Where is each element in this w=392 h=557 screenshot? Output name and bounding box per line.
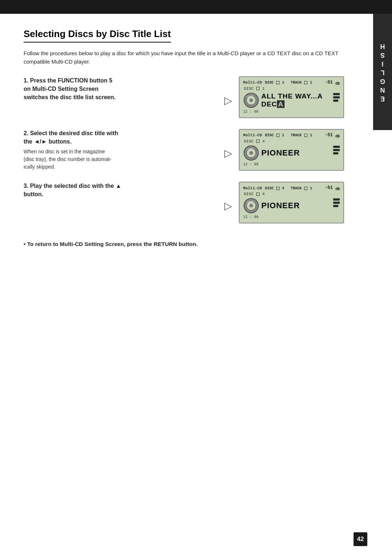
lcd-bar (333, 202, 340, 204)
lcd-1-main-text: ALL THE WAY...A DECA (261, 92, 331, 108)
lcd-screen-3: Multi-CD DISC 4 TRACK 1 -51 dB DISC 4 (239, 182, 344, 223)
lcd-3-multicd: Multi-CD (243, 186, 262, 190)
step-2-main: 2. Select the desired disc title withthe… (24, 129, 219, 146)
lcd-2-second-row: DISC 4 (244, 139, 340, 144)
lcd-1-disc2-label: DISC 1 (244, 86, 265, 91)
lcd-2-disc-track: DISC 1 TRACK 1 (265, 133, 325, 137)
svg-point-5 (250, 152, 253, 154)
arrow-icon: ▷ (224, 94, 232, 106)
cd-icon-2 (243, 145, 259, 161)
step-2-right: ▷ Multi-CD DISC 1 TRACK 1 -51 dB DISC 4 (219, 129, 344, 171)
lcd-3-bars (333, 198, 340, 207)
lcd-2-main-area: PIONEER (243, 145, 340, 161)
lcd-1-main-area: ALL THE WAY...A DECA (243, 92, 340, 108)
lcd-2-volume: -51 dB (325, 133, 340, 138)
step-3-main: 3. Play the selected disc with the ▲butt… (24, 182, 219, 198)
lcd-3-time: 12 : 08 (243, 215, 340, 219)
lcd-bar (333, 149, 340, 151)
lcd-screen-2: Multi-CD DISC 1 TRACK 1 -51 dB DISC 4 (239, 129, 344, 171)
top-bar (0, 0, 392, 14)
bullet-text: • To return to Multi-CD Setting Screen, … (24, 241, 344, 247)
step-1-row: 1. Press the FUNCTION button 5on Multi-C… (24, 76, 344, 118)
side-tab: ENGLISH (373, 14, 392, 130)
step-2-arrow: ▷ (219, 141, 237, 159)
lcd-1-bars (333, 93, 340, 102)
lcd-bar (333, 146, 340, 148)
lcd-1-second-row: DISC 1 (244, 86, 340, 91)
step-1-text: 1. Press the FUNCTION button 5on Multi-C… (24, 76, 219, 102)
lcd-3-main-text: PIONEER (261, 201, 300, 210)
lcd-2-time: 12 : 08 (243, 162, 340, 166)
step-2-row: 2. Select the desired disc title withthe… (24, 129, 344, 171)
step-2-sub: When no disc is set in the magazine(disc… (24, 148, 219, 171)
lcd-3-main-area: PIONEER (243, 198, 340, 214)
lcd-3-second-row: DISC 4 (244, 192, 340, 196)
lcd-2-main-text: PIONEER (261, 148, 300, 158)
lcd-1-time: 12 : 08 (243, 110, 340, 114)
lcd-3-disc2-label: DISC 4 (244, 192, 265, 196)
step-2-number: 2. (24, 130, 30, 136)
step-1-right: ▷ Multi-CD DISC 1 TRACK 1 -51 dB (219, 76, 344, 118)
step-1-lcd: Multi-CD DISC 1 TRACK 1 -51 dB DISC 1 (239, 76, 344, 118)
lcd-3-volume: -51 dB (325, 185, 340, 191)
step-3-right: ▷ Multi-CD DISC 4 TRACK 1 -51 dB DISC 4 (219, 182, 344, 223)
section-title: Selecting Discs by Disc Title List (24, 28, 171, 43)
cd-icon-1 (243, 92, 259, 108)
page-number: 42 (354, 532, 367, 546)
step-3-text: 3. Play the selected disc with the ▲butt… (24, 182, 219, 198)
lcd-2-bars (333, 146, 340, 154)
lcd-3-disc-track: DISC 4 TRACK 1 (265, 186, 325, 190)
lcd-2-multicd: Multi-CD (243, 133, 262, 137)
lcd-bar (333, 152, 338, 154)
step-1-arrow: ▷ (219, 88, 237, 106)
intro-text: Follow the procedures below to play a di… (24, 49, 344, 66)
arrow-icon: ▷ (224, 200, 232, 212)
lcd-bar (333, 205, 338, 207)
lcd-bar (333, 198, 340, 201)
lcd-bar (333, 96, 340, 98)
svg-point-8 (250, 204, 253, 207)
lcd-1-volume: -51 dB (325, 80, 340, 86)
step-2-text: 2. Select the desired disc title withthe… (24, 129, 219, 171)
step-3-number: 3. (24, 183, 30, 189)
step-1-main: 1. Press the FUNCTION button 5on Multi-C… (24, 76, 219, 102)
step-2-lcd: Multi-CD DISC 1 TRACK 1 -51 dB DISC 4 (239, 129, 344, 171)
steps-container: 1. Press the FUNCTION button 5on Multi-C… (24, 76, 344, 234)
svg-point-2 (250, 99, 253, 102)
lcd-bar (333, 93, 340, 95)
lcd-1-disc-track: DISC 1 TRACK 1 (265, 81, 325, 85)
step-3-row: 3. Play the selected disc with the ▲butt… (24, 182, 344, 223)
step-3-lcd: Multi-CD DISC 4 TRACK 1 -51 dB DISC 4 (239, 182, 344, 223)
lcd-1-multicd: Multi-CD (243, 81, 262, 85)
step-3-arrow: ▷ (219, 193, 237, 212)
side-tab-label: ENGLISH (379, 41, 387, 102)
cd-icon-3 (243, 198, 259, 214)
step-1-number: 1. (24, 77, 30, 84)
lcd-2-disc2-label: DISC 4 (244, 139, 265, 144)
lcd-bar (333, 100, 338, 102)
lcd-screen-1: Multi-CD DISC 1 TRACK 1 -51 dB DISC 1 (239, 76, 344, 118)
arrow-icon: ▷ (224, 147, 232, 159)
main-content: Selecting Discs by Disc Title List Follo… (0, 14, 373, 266)
